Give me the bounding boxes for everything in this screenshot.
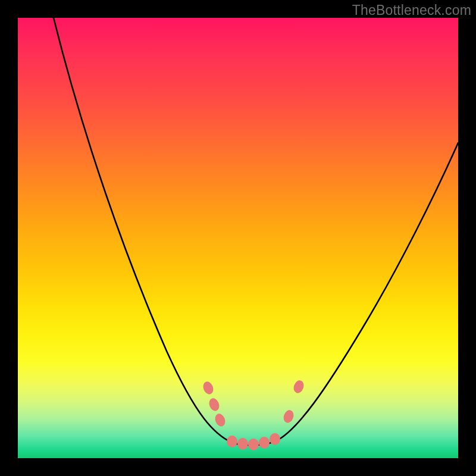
curve-svg (18, 18, 458, 458)
marker-bottom-5 (270, 433, 280, 445)
marker-bottom-2 (237, 438, 248, 450)
marker-left-mid (207, 397, 221, 412)
watermark-text: TheBottleneck.com (352, 2, 471, 18)
marker-left-lower (213, 412, 227, 428)
marker-right-lower (282, 409, 296, 424)
chart-frame: TheBottleneck.com (0, 0, 476, 476)
marker-bottom-3 (248, 439, 259, 450)
plot-area (18, 18, 458, 458)
marker-bottom-4 (259, 437, 270, 449)
marker-left-upper (201, 380, 215, 396)
marker-bottom-1 (227, 436, 237, 447)
bottleneck-curve (54, 18, 458, 445)
marker-right-upper (292, 379, 306, 394)
marker-group (201, 379, 305, 450)
